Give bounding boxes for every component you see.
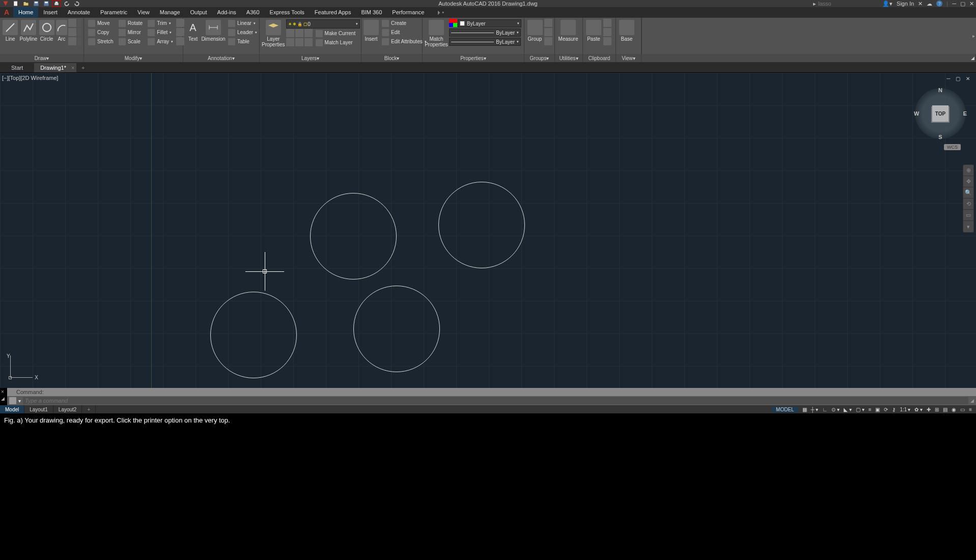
showmotion-icon[interactable]: ▭ [963, 210, 973, 221]
label-utilities[interactable]: Utilities▾ [555, 54, 583, 62]
status-customize-icon[interactable]: ≡ [969, 407, 972, 412]
fillet-button[interactable]: Fillet▾ [146, 28, 175, 37]
group-button[interactable]: Group [526, 19, 543, 47]
text-button[interactable]: AText [185, 19, 201, 47]
cmd-prompt-icon[interactable] [9, 397, 16, 404]
label-draw[interactable]: Draw▾ [0, 54, 84, 62]
copy-button[interactable]: Copy [86, 28, 116, 37]
dropdown-icon[interactable] [77, 19, 81, 27]
redo-icon[interactable] [72, 0, 81, 7]
move-button[interactable]: Move [86, 19, 116, 27]
wcs-dropdown[interactable]: WCS [944, 144, 961, 150]
viewcube[interactable]: N S E W TOP [915, 88, 966, 139]
app-menu-icon[interactable] [1, 0, 10, 7]
maximize-icon[interactable]: ▢ [960, 1, 965, 7]
table-button[interactable]: Table [226, 37, 259, 46]
base-button[interactable]: Base [618, 19, 635, 47]
status-annovis-icon[interactable]: ✚ [927, 407, 931, 412]
menu-manage[interactable]: Manage [155, 7, 185, 17]
zoom-icon[interactable]: 🔍 [963, 187, 973, 199]
ribbon-collapse-icon[interactable]: ▸ [972, 33, 975, 39]
layer-properties-button[interactable]: Layer Properties [262, 19, 285, 47]
rectangle-icon[interactable] [68, 19, 76, 27]
insert-button[interactable]: Insert [364, 19, 379, 47]
label-block[interactable]: Block▾ [361, 54, 423, 62]
status-polar-icon[interactable]: ⊙ ▾ [831, 407, 840, 412]
polyline-button[interactable]: Polyline [19, 19, 37, 47]
status-hwaccel-icon[interactable]: ▤ [943, 407, 947, 412]
menu-output[interactable]: Output [185, 7, 212, 17]
signin-button[interactable]: Sign In [897, 1, 914, 7]
view-label[interactable]: [−][Top][2D Wireframe] [2, 75, 58, 81]
status-snapmode-icon[interactable]: ┼ ▾ [811, 407, 819, 412]
layer-icon6[interactable] [304, 38, 313, 46]
status-isolate-icon[interactable]: ◉ [952, 407, 956, 412]
paste-special-icon[interactable] [603, 37, 611, 45]
nav-settings-icon[interactable]: ▾ [963, 221, 973, 232]
hatch-icon[interactable] [68, 37, 76, 45]
stretch-button[interactable]: Stretch [86, 37, 116, 46]
menu-performance[interactable]: Performance [387, 7, 429, 17]
status-cycling-icon[interactable]: ⟳ [884, 407, 888, 412]
label-view[interactable]: View▾ [616, 54, 642, 62]
saveas-icon[interactable] [42, 0, 51, 7]
label-layers[interactable]: Layers▾ [260, 54, 361, 62]
signin-icon[interactable]: 👤▾ [882, 1, 893, 7]
circle-object[interactable] [353, 286, 440, 372]
scale-button[interactable]: Scale [117, 37, 145, 46]
circle-object[interactable] [438, 182, 525, 268]
cmd-close-icon[interactable]: × [1, 389, 4, 395]
cut-icon[interactable] [603, 19, 611, 27]
status-annoscale-icon[interactable]: ⚷ [892, 407, 896, 412]
pan-icon[interactable]: ✥ [963, 176, 973, 187]
layer-icon5[interactable] [295, 38, 303, 46]
layout-layout1[interactable]: Layout1 [24, 405, 53, 413]
arc-button[interactable]: Arc [56, 19, 67, 47]
status-cleanscreen-icon[interactable]: ▭ [960, 407, 965, 412]
copy-clip-icon[interactable] [603, 28, 611, 36]
mirror-button[interactable]: Mirror [117, 28, 145, 37]
status-osnap-icon[interactable]: ▢ ▾ [856, 407, 865, 412]
circle-object[interactable] [210, 292, 297, 378]
fullnav-icon[interactable]: ⊕ [963, 165, 973, 176]
menu-parametric[interactable]: Parametric [95, 7, 132, 17]
undo-icon[interactable] [62, 0, 71, 7]
help-icon[interactable]: ? [936, 1, 942, 7]
cmd-anchor-icon[interactable]: ◢ [1, 396, 5, 401]
create-button[interactable]: Create [380, 19, 429, 27]
command-line[interactable]: ▾ ◢ [7, 396, 976, 405]
layer-icon2[interactable] [295, 29, 303, 37]
circle-button[interactable]: Circle [38, 19, 54, 47]
tab-close-icon[interactable]: × [71, 65, 74, 71]
search-box[interactable]: ▸ [813, 1, 859, 7]
status-gear-icon[interactable]: ✿ ▾ [914, 407, 923, 412]
group-icon3[interactable] [544, 37, 552, 45]
app-logo-icon[interactable]: A [0, 7, 13, 17]
viewcube-top-face[interactable]: TOP [932, 105, 949, 122]
match-layer-button[interactable]: Match Layer [314, 38, 358, 47]
print-icon[interactable] [52, 0, 61, 7]
linear-button[interactable]: Linear▾ [226, 19, 259, 27]
lineweight-dropdown[interactable]: ByLayer▾ [449, 29, 521, 37]
tab-start[interactable]: Start [5, 63, 33, 72]
ribbon-anchor-icon[interactable]: ◢ [971, 55, 974, 61]
ribbon-expand-icon[interactable]: ⏵• [431, 7, 449, 17]
color-picker-icon[interactable] [449, 19, 457, 27]
label-annotation[interactable]: Annotation▾ [183, 54, 260, 62]
label-modify[interactable]: Modify▾ [84, 54, 183, 62]
menu-view[interactable]: View [132, 7, 155, 17]
dropdown-icon[interactable] [77, 28, 81, 36]
layout-add[interactable]: + [82, 405, 96, 413]
menu-addins[interactable]: Add-ins [212, 7, 241, 17]
leader-button[interactable]: Leader▾ [226, 28, 259, 37]
status-ortho-icon[interactable]: ∟ [822, 407, 827, 412]
menu-a360[interactable]: A360 [241, 7, 265, 17]
label-properties[interactable]: Properties▾ [423, 54, 524, 62]
status-model[interactable]: MODEL [772, 407, 798, 412]
group-icon2[interactable] [544, 28, 552, 36]
status-isoplane-icon[interactable]: ◣ ▾ [844, 407, 852, 412]
line-button[interactable]: Line [2, 19, 18, 47]
menu-featuredapps[interactable]: Featured Apps [310, 7, 356, 17]
minimize-icon[interactable]: ─ [952, 1, 956, 7]
dimension-button[interactable]: Dimension [202, 19, 225, 47]
